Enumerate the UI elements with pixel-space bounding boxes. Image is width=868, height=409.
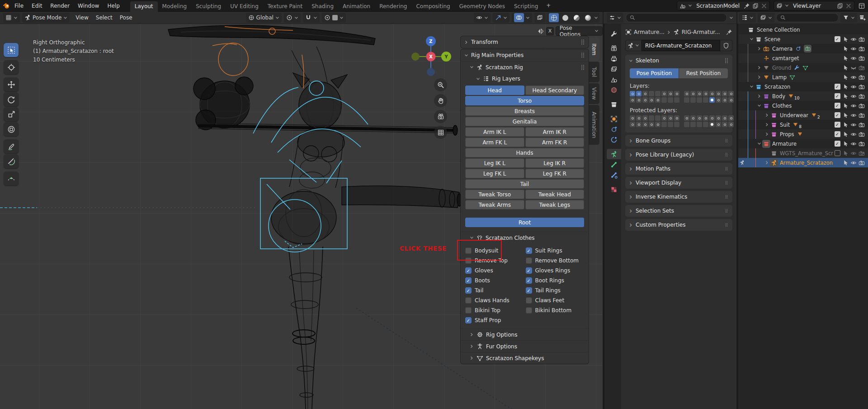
clothes-toggle-suit-rings[interactable]: ✓Suit Rings: [526, 247, 585, 254]
n-panel-tab-tool[interactable]: Tool: [589, 62, 599, 82]
panel-skeleton[interactable]: Skeleton: [625, 55, 732, 67]
viewport-menu-pose[interactable]: Pose: [116, 14, 136, 21]
camera-toggle[interactable]: [858, 93, 866, 100]
rig-layer-button-torso[interactable]: Torso: [465, 96, 584, 105]
properties-tab-output[interactable]: [607, 53, 621, 64]
panel-drag-handle[interactable]: [580, 52, 585, 58]
camera-toggle[interactable]: [858, 112, 866, 119]
expand-closed-icon[interactable]: [756, 75, 762, 79]
workspace-tab-uv-editing[interactable]: UV Editing: [226, 1, 263, 12]
armature-layer-cell[interactable]: [722, 91, 727, 96]
protected-layer-cell[interactable]: [728, 115, 734, 121]
armature-layer-cell[interactable]: [697, 91, 702, 96]
armature-layer-cell[interactable]: [649, 97, 654, 103]
properties-tab-world[interactable]: [607, 85, 621, 95]
armature-layer-cell[interactable]: [722, 97, 727, 103]
armature-layer-cell[interactable]: [674, 91, 679, 96]
overlays-dropdown[interactable]: [512, 13, 532, 23]
workspace-tab-modeling[interactable]: Modeling: [158, 1, 192, 12]
pointer-toggle[interactable]: [841, 141, 849, 147]
panel-transform[interactable]: Transform: [461, 36, 589, 48]
visibility-checkbox[interactable]: ✓: [833, 141, 841, 147]
outliner-row-wgts-armature-scr[interactable]: WGTS_Armature_Scr: [738, 148, 868, 158]
navigation-gizmo[interactable]: Z Y X: [409, 35, 453, 78]
visibility-checkbox[interactable]: ✓: [833, 84, 841, 90]
expand-open-icon[interactable]: [749, 37, 755, 41]
protected-layer-cell[interactable]: [636, 115, 642, 121]
add-workspace-button[interactable]: +: [542, 0, 554, 11]
tool-rotate-button[interactable]: [4, 92, 19, 106]
panel-rig-options[interactable]: Rig Options: [461, 328, 589, 340]
visibility-checkbox[interactable]: ✓: [833, 103, 841, 109]
outliner-scope-selector[interactable]: [758, 13, 774, 23]
transform-orientation-selector[interactable]: Global: [246, 13, 282, 23]
rig-layer-button-tweak-head[interactable]: Tweak Head: [525, 190, 585, 199]
rig-layer-button-tail[interactable]: Tail: [465, 179, 584, 189]
zoom-button[interactable]: [434, 78, 447, 91]
panel-inverse-kinematics[interactable]: Inverse Kinematics: [625, 191, 732, 203]
tool-cursor-button[interactable]: [4, 60, 19, 74]
properties-tab-bone-constraints[interactable]: [607, 170, 621, 180]
rig-layer-button-root[interactable]: Root: [465, 218, 584, 227]
checkbox-gloves-rings[interactable]: ✓: [526, 267, 532, 274]
remove-view-layer-icon[interactable]: [845, 3, 852, 9]
shading-rendered-button[interactable]: [583, 13, 593, 22]
eye-toggle[interactable]: [849, 122, 858, 128]
eye-toggle[interactable]: [849, 160, 858, 166]
properties-tab-scene[interactable]: [607, 74, 621, 85]
mirror-x-toggle[interactable]: X: [546, 27, 554, 35]
outliner-filter-dropdown[interactable]: [840, 13, 857, 23]
checkbox-tail[interactable]: ✓: [465, 287, 472, 294]
armature-layer-cell[interactable]: [728, 97, 734, 103]
eye-closed-toggle[interactable]: [849, 65, 858, 71]
clothes-toggle-gloves[interactable]: ✓Gloves: [465, 267, 524, 274]
viewport-3d[interactable]: Right Orthographic (1) Armature_Scratazo…: [0, 24, 603, 409]
clothes-toggle-gloves-rings[interactable]: ✓Gloves Rings: [526, 267, 585, 274]
xray-toggle[interactable]: [534, 13, 545, 23]
panel-scratazon-shapekeys[interactable]: Scratazon Shapekeys: [461, 352, 589, 364]
datablock-type-selector[interactable]: [625, 40, 642, 51]
pointer-toggle[interactable]: [841, 93, 849, 100]
new-scene-icon[interactable]: [752, 3, 759, 9]
camera-toggle[interactable]: [858, 122, 866, 128]
breadcrumb-object[interactable]: Armature...: [634, 29, 665, 35]
outliner-row-camera[interactable]: Camera: [738, 44, 868, 53]
protected-layer-cell[interactable]: [703, 115, 708, 121]
camera-toggle[interactable]: [858, 46, 866, 52]
clothes-toggle-claws-hands[interactable]: Claws Hands: [465, 297, 524, 304]
pivot-point-selector[interactable]: [284, 13, 301, 23]
workspace-tab-scripting[interactable]: Scripting: [509, 1, 542, 12]
eye-toggle[interactable]: [849, 103, 858, 109]
pointer-toggle[interactable]: [841, 84, 849, 90]
armature-layer-cell[interactable]: [716, 91, 721, 96]
workspace-tab-geometry-nodes[interactable]: Geometry Nodes: [455, 1, 509, 12]
properties-tab-object[interactable]: [607, 114, 621, 124]
outliner-row-scene-collection[interactable]: Scene Collection: [738, 25, 868, 34]
camera-toggle[interactable]: [858, 141, 866, 147]
tool-transform-button[interactable]: [4, 122, 19, 136]
perspective-toggle-button[interactable]: [434, 126, 447, 139]
outliner-row-body[interactable]: Body10✓: [738, 91, 868, 101]
pose-position-button[interactable]: Pose Position: [630, 68, 679, 78]
panel-custom-properties[interactable]: Custom Properties: [625, 219, 732, 231]
scene-selector[interactable]: ScratazonModel: [677, 1, 770, 10]
armature-layer-cell[interactable]: [630, 97, 635, 103]
pointer-toggle[interactable]: [841, 46, 849, 52]
rig-layer-button-tweak-legs[interactable]: Tweak Legs: [525, 200, 585, 209]
expand-open-icon[interactable]: [749, 85, 755, 89]
rig-layer-button-arm-fk-r[interactable]: Arm FK R: [525, 138, 585, 147]
armature-layer-cell[interactable]: [649, 91, 654, 96]
armature-layer-cell[interactable]: [674, 97, 679, 103]
expand-closed-icon[interactable]: [764, 161, 770, 165]
checkbox-bikini-top[interactable]: [465, 307, 472, 314]
eye-toggle[interactable]: [849, 55, 858, 62]
datablock-name-field[interactable]: RIG-Armature_Scratazon: [642, 40, 720, 51]
camera-toggle[interactable]: [858, 65, 866, 71]
expand-closed-icon[interactable]: [756, 66, 762, 70]
armature-layer-cell[interactable]: [709, 91, 715, 96]
clothes-toggle-bikini-top[interactable]: Bikini Top: [465, 307, 524, 314]
viewport-menu-view[interactable]: View: [72, 14, 92, 21]
properties-tab-texture[interactable]: [607, 184, 621, 195]
clothes-toggle-boots[interactable]: ✓Boots: [465, 277, 524, 284]
protected-layer-cell[interactable]: [649, 122, 654, 127]
